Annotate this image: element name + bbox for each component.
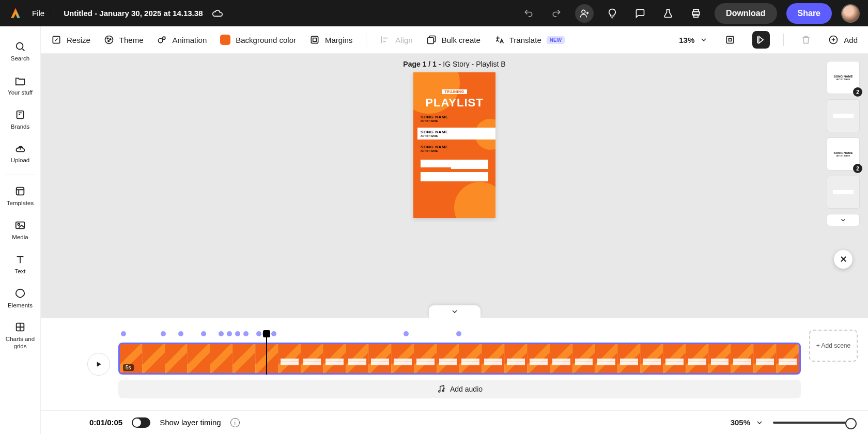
rail-elements[interactable]: Elements xyxy=(0,283,40,315)
left-rail: Search Your stuff Brands Upload Template… xyxy=(0,26,41,434)
rail-templates[interactable]: Templates xyxy=(0,180,40,212)
file-menu[interactable]: File xyxy=(32,9,44,18)
rail-charts[interactable]: Charts and grids xyxy=(0,316,40,355)
app-logo[interactable] xyxy=(8,6,23,21)
keyframe-marker[interactable] xyxy=(227,331,232,336)
keyframe-marker[interactable] xyxy=(271,331,276,336)
zoom-display[interactable]: 13% xyxy=(679,36,708,44)
clip-frame xyxy=(369,344,392,373)
scene-thumb[interactable] xyxy=(827,99,860,132)
print-icon[interactable] xyxy=(687,4,705,23)
clip-frame xyxy=(731,344,754,373)
fit-view-button[interactable] xyxy=(721,31,739,49)
artboard-tag: TRAINING xyxy=(442,89,468,94)
info-icon[interactable]: i xyxy=(230,418,240,427)
delete-button[interactable] xyxy=(797,31,815,49)
add-audio-track[interactable]: Add audio xyxy=(118,380,801,398)
animation-tool[interactable]: Animation xyxy=(157,35,207,45)
keyframe-marker[interactable] xyxy=(404,331,409,336)
bg-color-tool[interactable]: Background color xyxy=(220,35,296,45)
svg-point-4 xyxy=(17,43,23,50)
clip-frame xyxy=(573,344,596,373)
keyframe-marker[interactable] xyxy=(235,331,240,336)
keyframe-marker[interactable] xyxy=(456,331,461,336)
undo-button[interactable] xyxy=(519,4,538,23)
resize-tool[interactable]: Resize xyxy=(51,35,90,45)
expand-scenes-button[interactable] xyxy=(827,214,860,226)
view-mode-button[interactable] xyxy=(752,31,770,49)
add-scene-button[interactable]: + Add scene xyxy=(809,330,858,362)
layer-timing-toggle[interactable] xyxy=(132,417,150,428)
svg-point-23 xyxy=(439,391,440,392)
clip-frame xyxy=(301,344,324,373)
rail-text[interactable]: Text xyxy=(0,249,40,281)
context-bar: Resize Theme Animation Background color … xyxy=(41,26,868,54)
workspace: Resize Theme Animation Background color … xyxy=(41,26,868,434)
margins-tool[interactable]: Margins xyxy=(309,35,352,45)
clip-frame xyxy=(528,344,550,373)
scene-thumb[interactable]: SONG NAMEARTIST NAME2 xyxy=(827,61,860,94)
keyframe-marker[interactable] xyxy=(178,331,183,336)
redo-button[interactable] xyxy=(547,4,566,23)
align-tool: Align xyxy=(380,35,412,45)
playhead[interactable] xyxy=(266,335,267,375)
keyframe-marker[interactable] xyxy=(201,331,206,336)
clip-frame xyxy=(392,344,414,373)
rail-brands[interactable]: Brands xyxy=(0,104,40,136)
scene-thumb[interactable]: SONG NAMEARTIST NAME2 xyxy=(827,137,860,171)
page-label: Page 1 / 1 - IG Story - Playlist B xyxy=(403,60,505,68)
share-button[interactable]: Share xyxy=(786,3,832,24)
clip-frame xyxy=(550,344,573,373)
rail-your-stuff[interactable]: Your stuff xyxy=(0,70,40,102)
svg-point-12 xyxy=(107,38,109,39)
rail-search[interactable]: Search xyxy=(0,36,40,68)
clip-frame xyxy=(505,344,528,373)
scene-thumb[interactable] xyxy=(827,176,860,209)
clip-frame xyxy=(482,344,505,373)
svg-rect-20 xyxy=(727,36,734,43)
timeline-zoom-slider[interactable] xyxy=(773,422,856,424)
theme-tool[interactable]: Theme xyxy=(104,35,144,45)
rail-label: Upload xyxy=(11,157,29,164)
cloud-sync-icon[interactable] xyxy=(212,8,223,19)
svg-point-11 xyxy=(105,36,113,44)
keyframe-marker[interactable] xyxy=(243,331,249,336)
svg-point-24 xyxy=(442,390,444,392)
clip-frame xyxy=(686,344,709,373)
color-swatch-icon xyxy=(220,35,230,45)
keyframe-marker[interactable] xyxy=(256,331,261,336)
keyframe-markers[interactable] xyxy=(118,330,801,337)
user-avatar[interactable] xyxy=(841,4,860,23)
close-panel-button[interactable]: ✕ xyxy=(834,250,853,269)
clip-frame xyxy=(233,344,256,373)
clip-frame xyxy=(595,344,618,373)
video-clip-track[interactable]: 5s xyxy=(118,343,801,375)
invite-button[interactable] xyxy=(575,4,594,23)
collapse-timeline-button[interactable] xyxy=(429,305,481,318)
canvas-area[interactable]: Page 1 / 1 - IG Story - Playlist B TRAIN… xyxy=(41,54,868,318)
song-row: SONG NAMEARTIST NAME xyxy=(417,128,495,140)
bulk-create-tool[interactable]: Bulk create xyxy=(426,35,481,45)
artboard[interactable]: TRAINING PLAYLIST SONG NAMEARTIST NAME S… xyxy=(413,72,495,218)
keyframe-marker[interactable] xyxy=(219,331,224,336)
clip-frame xyxy=(143,344,165,373)
time-display: 0:01/0:05 xyxy=(89,418,122,427)
svg-rect-7 xyxy=(16,222,25,229)
translate-tool[interactable]: TranslateNEW xyxy=(494,35,565,45)
clip-frame xyxy=(709,344,732,373)
comments-icon[interactable] xyxy=(631,4,649,23)
divider xyxy=(783,34,784,46)
beaker-icon[interactable] xyxy=(659,4,677,23)
timeline-zoom-display[interactable]: 305% xyxy=(731,418,764,427)
rail-media[interactable]: Media xyxy=(0,214,40,246)
download-button[interactable]: Download xyxy=(715,3,777,24)
play-button[interactable] xyxy=(87,353,110,376)
document-title[interactable]: Untitled - January 30, 2025 at 14.13.38 xyxy=(64,9,203,18)
svg-point-8 xyxy=(18,223,20,225)
tips-icon[interactable] xyxy=(603,4,622,23)
add-button[interactable]: Add xyxy=(828,35,858,45)
keyframe-marker[interactable] xyxy=(161,331,166,336)
clip-frame xyxy=(323,344,346,373)
rail-upload[interactable]: Upload xyxy=(0,137,40,169)
keyframe-marker[interactable] xyxy=(121,331,126,336)
